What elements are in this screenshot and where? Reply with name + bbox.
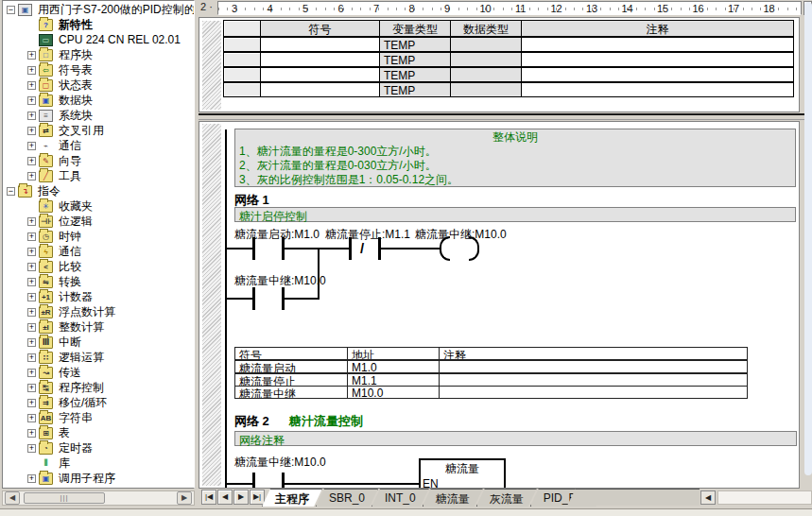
expand-icon[interactable]: + — [27, 248, 36, 256]
tree-item-label[interactable]: 定时器 — [57, 440, 95, 456]
tree-item-label[interactable]: 向导 — [57, 153, 83, 169]
data-type-cell[interactable] — [450, 67, 522, 82]
expand-icon[interactable]: + — [27, 293, 36, 301]
last-tab-button[interactable]: ▶| — [250, 490, 265, 505]
tree-item-数据块[interactable]: +▣数据块 — [27, 93, 95, 108]
expand-icon[interactable]: + — [27, 474, 36, 483]
coil-left-paren[interactable] — [440, 236, 450, 261]
var-type-cell[interactable]: TEMP — [379, 52, 451, 67]
program-comment-block[interactable]: 整体说明 1、糖汁流量的量程是0-300立方/小时。 2、灰汁流量的量程是0-0… — [234, 129, 796, 187]
tree-item-label[interactable]: 位逻辑 — [57, 214, 95, 230]
expand-icon[interactable]: + — [27, 142, 36, 150]
tree-item-逻辑运算[interactable]: +∷逻辑运算 — [27, 350, 106, 365]
expand-icon[interactable]: + — [27, 51, 36, 60]
comment-cell[interactable] — [521, 82, 794, 97]
tree-item-label[interactable]: 表 — [57, 425, 72, 441]
row-selector[interactable] — [223, 52, 261, 67]
tree-item-label[interactable]: 程序块 — [57, 47, 95, 63]
symbol-cell[interactable] — [260, 37, 380, 52]
tree-item-交叉引用[interactable]: +⇄交叉引用 — [27, 123, 106, 138]
column-header-数据类型[interactable]: 数据类型 — [450, 20, 522, 37]
tab-糖流量[interactable]: 糖流量 — [423, 489, 483, 507]
expand-icon[interactable]: + — [27, 96, 36, 105]
tree-item-用西门子S7-200做的PID控制的[interactable]: −▣用西门子S7-200做的PID控制的 — [7, 2, 195, 17]
contact-bar[interactable] — [252, 237, 255, 260]
comment-cell[interactable] — [521, 52, 794, 67]
tree-item-label[interactable]: 状态表 — [57, 77, 95, 94]
tab-INT_0[interactable]: INT_0 — [371, 489, 429, 507]
pane-splitter[interactable] — [199, 113, 812, 120]
row-selector[interactable] — [223, 67, 261, 82]
contact-bar[interactable] — [282, 473, 285, 489]
expand-icon[interactable]: + — [27, 217, 36, 226]
data-type-cell[interactable] — [450, 52, 522, 67]
expand-icon[interactable]: + — [27, 172, 36, 181]
expand-icon[interactable]: + — [27, 369, 36, 377]
expand-icon[interactable]: + — [27, 399, 36, 407]
expand-icon[interactable]: + — [27, 384, 36, 392]
tree-item-定时器[interactable]: +◔定时器 — [27, 440, 95, 456]
tree-item-向导[interactable]: +✎向导 — [27, 153, 83, 168]
data-type-cell[interactable] — [450, 82, 522, 97]
network1-title-bar[interactable]: 糖汁启停控制 — [234, 207, 796, 222]
contact-bar[interactable] — [252, 287, 255, 310]
tree-item-label[interactable]: CPU 224 CN REL 02.01 — [57, 33, 182, 46]
tree-item-位逻辑[interactable]: +⊣⊦位逻辑 — [27, 214, 95, 229]
symbol-table-cell[interactable] — [439, 360, 748, 373]
tree-item-符号表[interactable]: +⇦符号表 — [27, 62, 95, 77]
tree-item-label[interactable]: 转换 — [57, 274, 83, 290]
tree-item-label[interactable]: 指令 — [36, 183, 62, 199]
symbol-cell[interactable] — [260, 52, 380, 67]
tree-item-label[interactable]: 符号表 — [57, 62, 95, 78]
tree-item-label[interactable]: 调用子程序 — [57, 471, 117, 487]
scrollbar-thumb[interactable]: ||| — [24, 492, 105, 504]
tree-item-label[interactable]: 整数计算 — [57, 319, 106, 335]
symbol-cell[interactable] — [260, 82, 380, 97]
function-block[interactable]: 糖流量 EN — [419, 458, 506, 489]
tree-item-label[interactable]: 收藏夹 — [57, 198, 95, 215]
tree-item-系统块[interactable]: +≡系统块 — [27, 108, 95, 123]
tree-item-整数计算[interactable]: +±I整数计算 — [27, 319, 106, 335]
tree-item-收藏夹[interactable]: ✳收藏夹 — [27, 198, 95, 214]
tree-item-label[interactable]: 时钟 — [57, 229, 83, 245]
tree-item-通信[interactable]: +⌁通信 — [27, 138, 83, 153]
data-type-cell[interactable] — [450, 37, 522, 52]
tree-item-label[interactable]: 新特性 — [57, 17, 95, 33]
tree-item-库[interactable]: ⫼库 — [27, 456, 72, 471]
tree-item-字符串[interactable]: +AB字符串 — [27, 410, 95, 425]
next-tab-button[interactable]: ▶ — [233, 490, 249, 505]
comment-cell[interactable] — [521, 37, 794, 52]
var-type-cell[interactable]: TEMP — [379, 67, 451, 82]
symbol-table-cell[interactable]: M10.0 — [347, 386, 440, 399]
network2-comment-bar[interactable]: 网络注释 — [234, 431, 797, 446]
scroll-right-button[interactable]: ▶ — [177, 491, 192, 505]
tree-item-label[interactable]: 程序控制 — [57, 380, 106, 396]
tree-item-计数器[interactable]: ++1计数器 — [27, 289, 95, 304]
column-header-注释[interactable]: 注释 — [521, 20, 794, 37]
tab-灰流量[interactable]: 灰流量 — [476, 489, 537, 507]
nc-contact-bar[interactable] — [349, 237, 352, 260]
tab-SBR_0[interactable]: SBR_0 — [316, 489, 378, 507]
expand-icon[interactable]: + — [27, 444, 36, 453]
symbol-table-cell[interactable] — [439, 373, 748, 387]
expand-icon[interactable]: + — [27, 278, 36, 286]
tree-item-label[interactable]: 通信 — [57, 138, 83, 154]
expand-icon[interactable]: + — [27, 112, 36, 120]
expand-icon[interactable]: + — [27, 429, 36, 438]
expand-icon[interactable]: + — [27, 323, 36, 332]
scroll-left-button[interactable]: ◀ — [5, 491, 20, 505]
tree-item-浮点数计算[interactable]: +±R浮点数计算 — [27, 304, 117, 319]
collapse-icon[interactable]: − — [7, 6, 15, 14]
expand-icon[interactable]: + — [27, 232, 36, 241]
expand-icon[interactable]: + — [27, 414, 36, 422]
tree-item-label[interactable]: 库 — [57, 456, 72, 472]
tree-item-label[interactable]: 浮点数计算 — [57, 304, 117, 320]
tree-item-label[interactable]: 工具 — [57, 168, 83, 184]
symbol-cell[interactable] — [260, 67, 380, 82]
column-header-符号[interactable]: 符号 — [260, 20, 380, 37]
tree-item-调用子程序[interactable]: +▣调用子程序 — [27, 471, 117, 486]
expand-icon[interactable]: + — [27, 353, 36, 362]
tree-item-label[interactable]: 中断 — [57, 335, 83, 351]
column-header-变量类型[interactable]: 变量类型 — [379, 20, 451, 37]
tree-horizontal-scrollbar[interactable]: ◀ ||| ▶ — [2, 490, 195, 506]
